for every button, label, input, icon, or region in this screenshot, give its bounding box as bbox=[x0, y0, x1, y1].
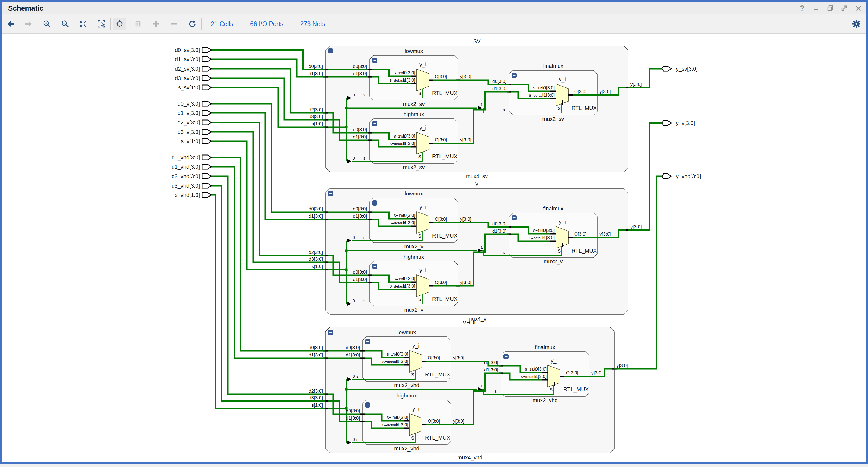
input-port-icon[interactable] bbox=[202, 174, 211, 179]
add-button[interactable] bbox=[149, 18, 163, 30]
net-label: y[3:0] bbox=[630, 82, 642, 87]
cell-instance-label: mux2_vhd bbox=[532, 397, 557, 404]
hier-block-VHDL[interactable]: VHDLmux4_vhdd0[3:0]d1[3:0]d2[3:0]d3[3:0]… bbox=[309, 320, 628, 461]
net-label: 0 bbox=[352, 299, 355, 303]
collapse-button[interactable] bbox=[328, 191, 333, 196]
input-port-icon[interactable] bbox=[202, 155, 211, 160]
net-wire[interactable] bbox=[211, 87, 326, 127]
mux-instance-label: y_i bbox=[559, 219, 566, 225]
collapse-button[interactable] bbox=[512, 73, 517, 78]
net-label: s[1:0] bbox=[311, 121, 323, 126]
hier-block-SV[interactable]: SVmux4_svd0[3:0]d1[3:0]d2[3:0]d3[3:0]s[1… bbox=[309, 38, 642, 179]
block-title: VHDL bbox=[463, 320, 477, 325]
net-label: d3[3:0] bbox=[309, 114, 323, 119]
port-label: d0_sv[3:0] bbox=[175, 47, 200, 53]
toolbar: 21 Cells 66 I/O Ports 273 Nets bbox=[2, 14, 866, 34]
mux-instance-label: y_i bbox=[551, 357, 558, 364]
collapse-button[interactable] bbox=[372, 121, 377, 126]
port-label: s_v[1:0] bbox=[181, 138, 200, 144]
net-label: y[3:0] bbox=[453, 355, 464, 360]
float-icon[interactable] bbox=[840, 4, 848, 12]
collapse-button[interactable] bbox=[512, 215, 517, 221]
collapse-button[interactable] bbox=[328, 48, 333, 54]
pin-label: O[3:0] bbox=[435, 217, 447, 222]
net-label: s bbox=[495, 389, 497, 393]
select-annotation: S=default bbox=[382, 360, 398, 364]
collapse-button[interactable] bbox=[372, 58, 377, 63]
forward-button[interactable] bbox=[22, 18, 35, 30]
collapse-button[interactable] bbox=[365, 402, 370, 408]
remove-button[interactable] bbox=[167, 18, 181, 30]
collapse-button[interactable] bbox=[328, 330, 333, 335]
input-port-icon[interactable] bbox=[202, 183, 211, 188]
port-label: d3_vhd[3:0] bbox=[172, 183, 200, 189]
close-icon[interactable] bbox=[855, 4, 863, 12]
collapse-button[interactable] bbox=[372, 264, 377, 269]
nets-link[interactable]: 273 Nets bbox=[300, 20, 325, 28]
pin-label: S bbox=[411, 372, 414, 377]
input-port-icon[interactable] bbox=[202, 66, 211, 71]
hier-block-V[interactable]: Vmux4_vd0[3:0]d1[3:0]d2[3:0]d3[3:0]s[1:0… bbox=[309, 181, 642, 322]
input-port-d3_vhd[interactable]: d3_vhd[3:0] bbox=[172, 183, 326, 401]
restore-icon[interactable] bbox=[826, 4, 834, 12]
minimize-icon[interactable] bbox=[812, 4, 820, 12]
collapse-button[interactable] bbox=[372, 200, 377, 206]
net-wire[interactable] bbox=[211, 69, 326, 113]
input-port-s_sv[interactable]: s_sv[1:0] bbox=[178, 84, 326, 127]
settings-button[interactable] bbox=[852, 19, 861, 29]
zoom-in-button[interactable] bbox=[40, 18, 54, 30]
net-label: d1[3:0] bbox=[309, 71, 323, 76]
autofit-selection-button[interactable] bbox=[113, 18, 126, 30]
input-port-icon[interactable] bbox=[202, 48, 211, 52]
input-port-icon[interactable] bbox=[202, 164, 211, 169]
net-label: 0 bbox=[352, 235, 355, 240]
port-label: d0_v[3:0] bbox=[178, 101, 200, 107]
input-port-icon[interactable] bbox=[202, 101, 211, 106]
input-port-icon[interactable] bbox=[202, 193, 211, 197]
pin-label: O[3:0] bbox=[435, 280, 447, 285]
select-annotation: S=1'b0 bbox=[386, 352, 398, 356]
input-port-d2_vhd[interactable]: d2_vhd[3:0] bbox=[172, 173, 326, 394]
io-ports-link[interactable]: 66 I/O Ports bbox=[250, 20, 283, 28]
output-port-icon[interactable] bbox=[662, 174, 671, 179]
net-label: 0 bbox=[352, 156, 355, 160]
zoom-out-button[interactable] bbox=[58, 18, 72, 30]
select-annotation: S=1'b1 bbox=[394, 71, 405, 75]
select-annotation: S=1'b0 bbox=[386, 416, 398, 420]
input-port-s_vhd[interactable]: s_vhd[1:0] bbox=[175, 192, 326, 408]
port-label: d1_v[3:0] bbox=[178, 110, 200, 116]
output-port-icon[interactable] bbox=[662, 121, 671, 125]
collapse-button[interactable] bbox=[365, 339, 370, 344]
mux-type-label: RTL_MUX bbox=[432, 296, 457, 302]
expand-cell-button[interactable] bbox=[131, 18, 145, 30]
minus-icon bbox=[373, 266, 376, 267]
input-port-icon[interactable] bbox=[202, 111, 211, 115]
input-port-icon[interactable] bbox=[202, 85, 211, 90]
mux-type-label: RTL_MUX bbox=[432, 233, 457, 239]
pin-label: S bbox=[550, 387, 553, 392]
mux-instance-label: y_i bbox=[420, 204, 426, 210]
input-port-icon[interactable] bbox=[202, 57, 211, 62]
help-icon[interactable]: ? bbox=[798, 4, 806, 12]
regenerate-button[interactable] bbox=[186, 18, 199, 30]
net-wire[interactable] bbox=[211, 176, 326, 394]
input-port-icon[interactable] bbox=[202, 76, 211, 81]
zoom-fit-button[interactable] bbox=[76, 18, 90, 30]
zoom-selection-button[interactable] bbox=[95, 18, 108, 30]
minus-icon bbox=[513, 75, 516, 76]
cell-instance-label: mux2_sv bbox=[403, 164, 425, 171]
output-port-icon[interactable] bbox=[662, 66, 671, 71]
net-label: y[3:0] bbox=[460, 137, 471, 143]
port-label: y_vhd[3:0] bbox=[676, 173, 701, 179]
port-label: d1_vhd[3:0] bbox=[172, 164, 200, 170]
net-label: d1[3:0] bbox=[484, 367, 498, 373]
select-annotation: S=1'b0 bbox=[525, 367, 536, 372]
collapse-button[interactable] bbox=[503, 354, 508, 359]
cells-link[interactable]: 21 Cells bbox=[211, 20, 233, 28]
gear-icon bbox=[852, 19, 861, 29]
back-button[interactable] bbox=[4, 18, 18, 30]
input-port-icon[interactable] bbox=[202, 129, 211, 135]
input-port-icon[interactable] bbox=[202, 120, 211, 125]
mux-instance-label: y_i bbox=[412, 343, 420, 349]
input-port-icon[interactable] bbox=[202, 139, 211, 144]
